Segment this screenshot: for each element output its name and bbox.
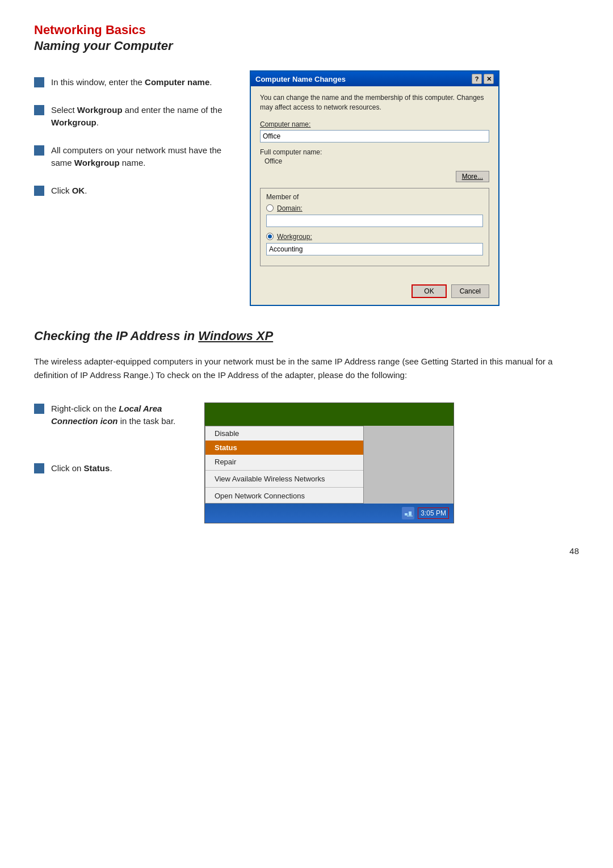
bullet-item-1: In this window, enter the Computer name. <box>34 76 227 89</box>
bullet-text-1: In this window, enter the Computer name. <box>51 76 212 89</box>
section2-description: The wireless adapter-equipped computers … <box>34 355 579 382</box>
section1-subtitle: Naming your Computer <box>34 39 579 53</box>
xp-full-computer-name-value: Office <box>260 157 489 165</box>
bullet-item-2: Select Workgroup and enter the name of t… <box>34 104 227 129</box>
xp-titlebar-buttons: ? ✕ <box>472 74 494 84</box>
section2-bullet-text-1: Right-click on the Local Area Connection… <box>51 402 182 428</box>
ctx-divider-1 <box>205 470 363 471</box>
xp-dialog-footer: OK Cancel <box>251 281 498 305</box>
bullet-square <box>34 463 44 473</box>
section2-title-part1: Checking the IP Address in <box>34 329 198 343</box>
xp-ok-button[interactable]: OK <box>412 284 446 298</box>
xp-domain-label: Domain: <box>277 204 303 212</box>
xp-titlebar: Computer Name Changes ? ✕ <box>251 72 498 86</box>
xp-help-button[interactable]: ? <box>472 74 482 84</box>
xp-domain-input[interactable] <box>266 215 483 227</box>
xp-full-computer-name-label: Full computer name: <box>260 148 489 156</box>
xp-cancel-button[interactable]: Cancel <box>451 284 489 298</box>
context-menu-container: Disable Status Repair View Available Wir… <box>204 402 579 523</box>
section2-title-part2: Windows XP <box>198 329 273 343</box>
bullet-item-3: All computers on your network must have … <box>34 144 227 170</box>
section2-title: Checking the IP Address in Windows XP <box>34 329 579 343</box>
section2-bullet-text-2: Click on Status. <box>51 462 112 475</box>
bullet-text-2: Select Workgroup and enter the name of t… <box>51 104 227 129</box>
xp-domain-radio[interactable] <box>266 204 274 212</box>
xp-description: You can change the name and the membersh… <box>260 93 489 112</box>
section2-bullets: Right-click on the Local Area Connection… <box>34 402 182 523</box>
svg-rect-1 <box>409 511 412 515</box>
xp-more-row: More... <box>260 171 489 182</box>
section1-bullets: In this window, enter the Computer name.… <box>34 70 227 306</box>
xp-computer-name-label: Computer name: <box>260 120 489 128</box>
xp-close-button[interactable]: ✕ <box>484 74 494 84</box>
section1-title: Networking Basics <box>34 23 579 37</box>
section2-bullet-2: Click on Status. <box>34 462 182 475</box>
svg-rect-0 <box>405 513 408 515</box>
bullet-text-3: All computers on your network must have … <box>51 144 227 170</box>
section2: Checking the IP Address in Windows XP Th… <box>34 329 579 523</box>
xp-workgroup-radio[interactable] <box>266 233 274 240</box>
taskbar-network-icon <box>402 507 414 519</box>
svg-rect-2 <box>407 515 413 517</box>
bullet-text-4: Click OK. <box>51 184 87 198</box>
bullet-square <box>34 145 44 156</box>
section2-layout: Right-click on the Local Area Connection… <box>34 402 579 523</box>
ctx-open-connections[interactable]: Open Network Connections <box>205 489 363 503</box>
ctx-disable[interactable]: Disable <box>205 426 363 441</box>
taskbar-clock: 3:05 PM <box>418 508 449 519</box>
taskbar-strip: 3:05 PM <box>205 504 454 523</box>
xp-workgroup-row: Workgroup: <box>266 233 483 241</box>
page-number: 48 <box>34 546 579 556</box>
section2-bullet-1: Right-click on the Local Area Connection… <box>34 402 182 428</box>
xp-computer-name-input[interactable] <box>260 130 489 142</box>
ctx-divider-2 <box>205 487 363 488</box>
bullet-item-4: Click OK. <box>34 184 227 198</box>
xp-workgroup-label: Workgroup: <box>277 233 312 241</box>
bullet-square <box>34 105 44 115</box>
xp-more-button[interactable]: More... <box>456 171 489 182</box>
xp-workgroup-input[interactable] <box>266 243 483 255</box>
xp-dialog-title: Computer Name Changes <box>255 75 346 83</box>
xp-dialog: Computer Name Changes ? ✕ You can change… <box>250 70 499 306</box>
bullet-square <box>34 186 44 196</box>
bullet-square <box>34 404 44 414</box>
xp-domain-row: Domain: <box>266 204 483 212</box>
network-icon-svg <box>404 509 413 518</box>
xp-body: You can change the name and the membersh… <box>251 86 498 281</box>
bullet-square <box>34 77 44 87</box>
ctx-repair[interactable]: Repair <box>205 455 363 469</box>
section1: Networking Basics Naming your Computer I… <box>34 23 579 306</box>
desktop-background <box>205 403 454 426</box>
section1-layout: In this window, enter the Computer name.… <box>34 70 579 306</box>
xp-member-title: Member of <box>266 193 483 201</box>
ctx-view-wireless[interactable]: View Available Wireless Networks <box>205 472 363 486</box>
context-menu: Disable Status Repair View Available Wir… <box>205 426 364 504</box>
xp-member-group: Member of Domain: Workgroup: <box>260 188 489 266</box>
ctx-status[interactable]: Status <box>205 441 363 455</box>
context-menu-screenshot: Disable Status Repair View Available Wir… <box>204 402 454 523</box>
